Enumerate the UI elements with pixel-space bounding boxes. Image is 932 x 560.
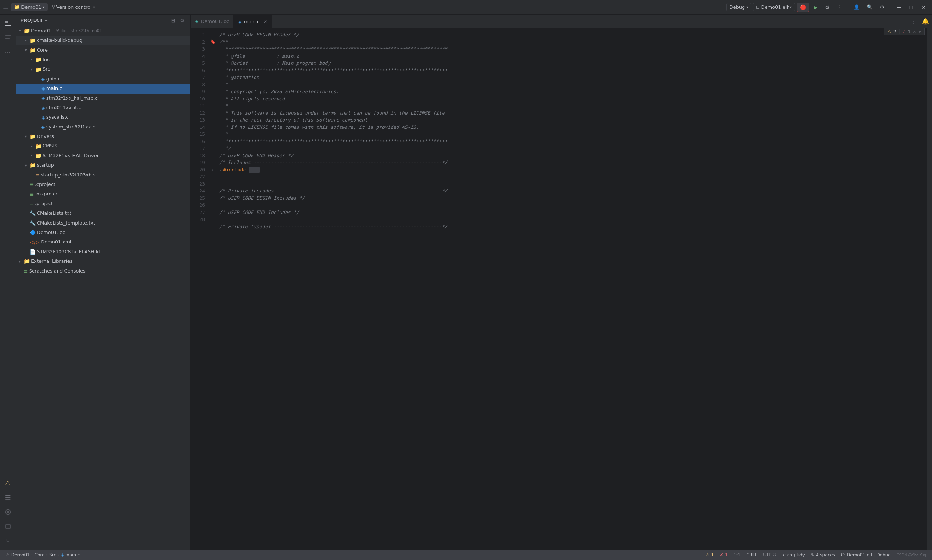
tabs-more-button[interactable]: ⋮ (908, 17, 919, 26)
code-space (246, 166, 249, 174)
tree-label-cmakelists-template: CMakeLists_template.txt (37, 219, 95, 227)
status-config[interactable]: C: Demo01.elf | Debug (838, 550, 894, 560)
vertical-scrollbar[interactable] (927, 28, 932, 550)
expand-icon[interactable]: ∧ (913, 29, 916, 34)
gutter-20[interactable]: ▸ (209, 166, 216, 174)
tree-item-gpio-c[interactable]: ◈ gpio.c (16, 74, 190, 84)
project-header-chevron[interactable]: ▾ (45, 18, 47, 23)
run-configs-icon[interactable]: ☰ (2, 491, 15, 504)
debug-run-icon: 🔴 (800, 5, 806, 10)
sidebar-settings-icon[interactable]: ⚙ (179, 17, 186, 24)
build-button[interactable]: ⚙ (822, 3, 833, 12)
settings-button[interactable]: ⚙ (877, 3, 887, 11)
line-num-1: 1 (191, 31, 209, 38)
tree-item-src[interactable]: 📁 Src (16, 65, 190, 74)
tree-item-cmsis[interactable]: 📁 CMSIS (16, 142, 190, 151)
tree-item-hal-msp[interactable]: ◈ stm32f1xx_hal_msp.c (16, 94, 190, 103)
status-project[interactable]: ⚠ Demo01 › Core › Src › ◈main.c (3, 550, 83, 560)
services-icon[interactable] (2, 520, 15, 533)
code-line-11: * (216, 102, 927, 109)
elf-config-selector[interactable]: ◻ Demo01.elf ▾ (753, 3, 795, 11)
tree-item-startup-s[interactable]: ≡ startup_stm32f103xb.s (16, 170, 190, 180)
tab-demo01-ioc[interactable]: ◈ Demo01.ioc (191, 15, 234, 28)
tree-item-demo01-ioc[interactable]: 🔷 Demo01.ioc (16, 228, 190, 237)
tree-item-external-libs[interactable]: 📁 External Libraries (16, 257, 190, 266)
vcs-icon[interactable]: ⑂ (2, 535, 15, 548)
sidebar-collapse-icon[interactable]: ⊟ (170, 17, 177, 24)
tree-item-hal-it[interactable]: ◈ stm32f1xx_it.c (16, 103, 190, 112)
tree-item-mxproject[interactable]: ≡ .mxproject (16, 189, 190, 199)
code-text: /* USER CODE BEGIN Header */ (219, 31, 299, 38)
code-text (219, 202, 222, 209)
status-line-ending[interactable]: CRLF (743, 550, 760, 560)
status-indent[interactable]: ✎ 4 spaces (808, 550, 838, 560)
svg-rect-9 (5, 525, 11, 528)
project-header-label: Project (20, 18, 43, 23)
close-button[interactable]: ✕ (918, 2, 929, 12)
collapse-icon[interactable]: ∨ (918, 29, 921, 34)
tree-item-cproject[interactable]: ≡ .cproject (16, 180, 190, 189)
tree-item-scratches[interactable]: ≡ Scratches and Consoles (16, 266, 190, 276)
status-project-icon: ⚠ (6, 552, 10, 557)
code-line-10: * All rights reserved. (216, 95, 927, 103)
svg-rect-3 (5, 35, 11, 36)
status-warnings[interactable]: ⚠ 1 (703, 550, 717, 560)
tree-item-hal-driver[interactable]: 📁 STM32F1xx_HAL_Driver (16, 151, 190, 160)
code-line-28: /* Private typedef ---------------------… (216, 223, 927, 230)
line-num-24: 24 (191, 188, 209, 195)
sidebar-project-icon[interactable] (2, 17, 15, 30)
gutter: 🔖 ▸ (209, 28, 216, 550)
minimize-button[interactable]: ─ (893, 2, 904, 12)
tree-item-demo01-xml[interactable]: </> Demo01.xml (16, 238, 190, 247)
sidebar-more-icon[interactable]: ··· (2, 46, 15, 59)
line-num-12: 12 (191, 109, 209, 117)
code-text: /* Private typedef ---------------------… (219, 223, 447, 230)
status-position[interactable]: 1:1 (731, 550, 743, 560)
maximize-button[interactable]: □ (906, 2, 917, 12)
tab-close-main-c[interactable]: ✕ (262, 19, 268, 25)
tree-item-cmakelists[interactable]: 🔧 CMakeLists.txt (16, 209, 190, 218)
gutter-18 (209, 152, 216, 159)
tree-item-cmakelists-template[interactable]: 🔧 CMakeLists_template.txt (16, 218, 190, 228)
fold-arrow-20[interactable]: ▸ (211, 168, 214, 172)
file-tree: 📁 Demo01 P:\clion_stm32\Demo01 📁 cmake-b… (16, 26, 190, 550)
status-errors[interactable]: ✗ 1 (717, 550, 731, 560)
more-menu-button[interactable]: ⋮ (834, 3, 845, 11)
problems-icon[interactable]: ⚠ (2, 476, 15, 489)
search-button[interactable]: 🔍 (864, 3, 876, 11)
code-editor[interactable]: /* USER CODE BEGIN Header */ /** *******… (216, 28, 927, 550)
tree-item-startup[interactable]: 📁 startup (16, 160, 190, 170)
tree-item-inc[interactable]: 📁 Inc (16, 55, 190, 65)
fold-indicator-20[interactable]: ▸ (219, 168, 222, 174)
tree-item-system[interactable]: ◈ system_stm32f1xx.c (16, 122, 190, 132)
code-folded[interactable]: ... (249, 167, 260, 173)
debug-config-selector[interactable]: Debug ▾ (726, 3, 752, 11)
tree-item-main-c[interactable]: ◈ main.c (16, 84, 190, 93)
debug-icon[interactable] (2, 505, 15, 518)
tree-item-drivers[interactable]: 📁 Drivers (16, 132, 190, 141)
code-line-3: ****************************************… (216, 46, 927, 53)
code-line-1: /* USER CODE BEGIN Header */ (216, 31, 927, 38)
project-selector[interactable]: 📁 Demo01 ▾ (11, 3, 47, 11)
debug-chevron-icon: ▾ (746, 5, 748, 9)
tree-root-demo01[interactable]: 📁 Demo01 P:\clion_stm32\Demo01 (16, 26, 190, 35)
status-breadcrumb-sep2: › (46, 552, 48, 557)
tab-notifications-icon[interactable]: 🔔 (919, 16, 932, 26)
status-encoding[interactable]: UTF-8 (760, 550, 779, 560)
line-num-20: 20 (191, 166, 209, 174)
status-formatter[interactable]: .clang-tidy (779, 550, 807, 560)
tree-item-project[interactable]: ≡ .project (16, 199, 190, 209)
tab-main-c[interactable]: ◈ main.c ✕ (234, 15, 272, 28)
tree-item-cmake-build-debug[interactable]: 📁 cmake-build-debug (16, 35, 190, 45)
run-button[interactable]: ▶ (811, 3, 821, 12)
tree-item-ld[interactable]: 📄 STM32F103C8Tx_FLASH.ld (16, 247, 190, 257)
tree-item-syscalls[interactable]: ◈ syscalls.c (16, 113, 190, 122)
asm-file-icon: ≡ (35, 171, 40, 179)
profile-icon: 👤 (854, 5, 859, 10)
debug-run-button[interactable]: 🔴 (796, 3, 809, 12)
warning-bar[interactable]: ⚠ 2 | ✓ 1 ∧ ∨ (884, 28, 925, 35)
sidebar-structure-icon[interactable] (2, 31, 15, 45)
version-control-button[interactable]: ⑂ Version control ▾ (49, 3, 98, 11)
tree-item-core[interactable]: 📁 Core (16, 46, 190, 55)
profile-button[interactable]: 👤 (851, 3, 863, 11)
